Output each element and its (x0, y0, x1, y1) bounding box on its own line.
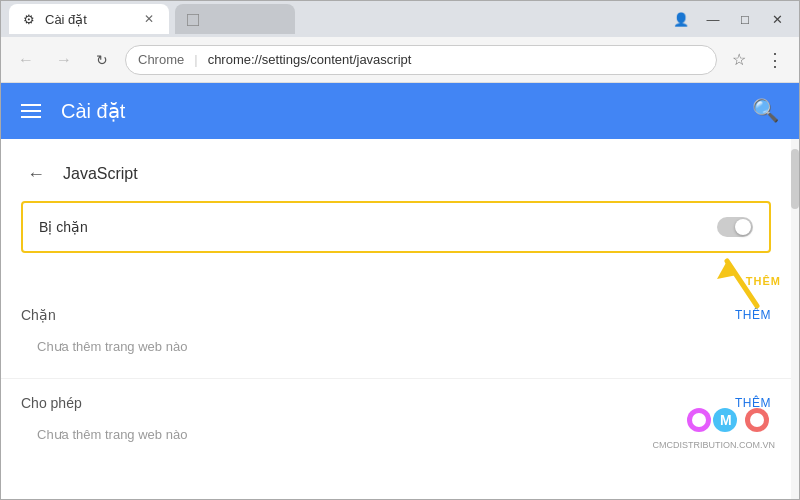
address-bar: ← → ↻ Chrome | chrome://settings/content… (1, 37, 799, 83)
inactive-tab-label: □ (187, 8, 199, 31)
page-header: ← JavaScript (1, 139, 791, 201)
svg-text:M: M (720, 412, 732, 428)
back-button[interactable]: ← (21, 159, 51, 189)
url-bar[interactable]: Chrome | chrome://settings/content/javas… (125, 45, 717, 75)
section-divider (1, 378, 791, 379)
content-wrapper: ← JavaScript Bị chặn (1, 139, 791, 458)
menu-button[interactable]: ⋮ (761, 46, 789, 74)
svg-point-7 (750, 413, 764, 427)
arrow-area: THÊM (1, 269, 791, 299)
watermark-text: CMCDISTRIBUTION.COM.VN (653, 440, 776, 450)
back-nav-button[interactable]: ← (11, 45, 41, 75)
hamburger-menu-button[interactable] (17, 100, 45, 122)
main-content: ← JavaScript Bị chặn (1, 139, 791, 499)
title-bar: ⚙ Cài đặt ✕ □ 👤 — □ ✕ (1, 1, 799, 37)
active-tab[interactable]: ⚙ Cài đặt ✕ (9, 4, 169, 34)
hamburger-line-1 (21, 104, 41, 106)
url-separator: | (194, 52, 197, 67)
active-tab-label: Cài đặt (45, 12, 87, 27)
cmc-logo-icon: M (685, 400, 775, 440)
hamburger-line-3 (21, 116, 41, 118)
allowed-section-title: Cho phép (21, 395, 82, 411)
svg-point-3 (692, 413, 706, 427)
blocked-section: Chặn THÊM Chưa thêm trang web nào (1, 299, 791, 370)
scrollbar[interactable] (791, 139, 799, 499)
url-text: chrome://settings/content/javascript (208, 52, 704, 67)
tab-favicon-icon: ⚙ (21, 11, 37, 27)
blocked-toggle-row: Bị chặn (21, 201, 771, 253)
blocked-empty-text: Chưa thêm trang web nào (21, 331, 771, 362)
scrollbar-thumb[interactable] (791, 149, 799, 209)
search-icon[interactable]: 🔍 (748, 94, 783, 128)
bookmark-button[interactable]: ☆ (725, 46, 753, 74)
thêm-arrow-label: THÊM (746, 275, 781, 287)
watermark-area: M CMCDISTRIBUTION.COM.VN (653, 400, 776, 450)
close-button[interactable]: ✕ (763, 9, 791, 29)
protocol-label: Chrome (138, 52, 184, 67)
toggle-knob (735, 219, 751, 235)
inactive-tab[interactable]: □ (175, 4, 295, 34)
blocked-label: Bị chặn (39, 219, 88, 235)
minimize-button[interactable]: — (699, 9, 727, 29)
window-controls: 👤 — □ ✕ (667, 9, 791, 29)
blocked-section-title: Chặn (21, 307, 56, 323)
hamburger-line-2 (21, 110, 41, 112)
reload-button[interactable]: ↻ (87, 45, 117, 75)
page-title: JavaScript (63, 165, 138, 183)
tab-close-button[interactable]: ✕ (141, 11, 157, 27)
app-header: Cài đặt 🔍 (1, 83, 799, 139)
blocked-toggle-switch[interactable] (717, 217, 753, 237)
maximize-button[interactable]: □ (731, 9, 759, 29)
profile-icon[interactable]: 👤 (667, 9, 695, 29)
blocked-section-header: Chặn THÊM (21, 307, 771, 323)
content-area: ← JavaScript Bị chặn (1, 139, 799, 499)
forward-nav-button[interactable]: → (49, 45, 79, 75)
app-title: Cài đặt (61, 99, 732, 123)
